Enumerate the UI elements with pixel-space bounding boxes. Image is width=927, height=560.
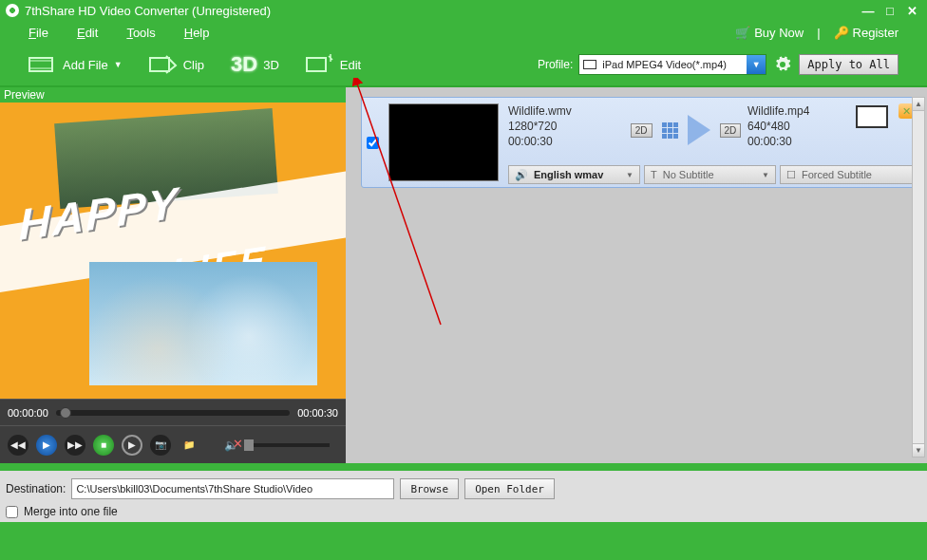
subtitle-icon: T <box>651 169 657 180</box>
add-file-button[interactable]: Add File ▼ <box>28 54 123 75</box>
badge-out: 2D <box>720 123 742 138</box>
profile-label: Profile: <box>538 58 573 71</box>
destination-input[interactable]: C:\Users\bkill03\Documents\7thShare Stud… <box>71 478 394 499</box>
file-list: Wildlife.wmv 1280*720 00:00:30 2D 2D <box>346 87 927 463</box>
preview-pane: Preview HAPPY LIFE 00:00:00 00:00:30 ◀◀ … <box>0 87 346 463</box>
3d-button[interactable]: 3D 3D <box>231 52 279 77</box>
apply-to-all-button[interactable]: Apply to All <box>799 54 899 75</box>
list-scrollbar[interactable]: ▲ ▼ <box>912 97 925 457</box>
output-filename: Wildlife.mp4 <box>747 103 844 119</box>
play-button[interactable]: ▶ <box>36 435 57 456</box>
device-icon <box>583 60 596 69</box>
key-icon: 🔑 <box>834 26 849 40</box>
step-button[interactable]: ▶ <box>122 435 142 456</box>
3d-icon: 3D <box>231 52 257 77</box>
destination-label: Destination: <box>6 482 66 495</box>
device-icon <box>856 105 888 128</box>
clip-button[interactable]: Clip <box>149 54 204 75</box>
profile-value: iPad MPEG4 Video(*.mp4) <box>602 59 747 70</box>
cart-icon: 🛒 <box>735 26 750 40</box>
merge-checkbox[interactable] <box>6 506 18 518</box>
checkbox-icon: ☐ <box>786 169 796 181</box>
output-duration: 00:00:30 <box>747 134 844 149</box>
next-button[interactable]: ▶▶ <box>65 435 85 456</box>
buy-now-link[interactable]: 🛒 Buy Now <box>735 26 804 40</box>
chevron-down-icon: ▼ <box>626 171 634 179</box>
file-checkbox[interactable] <box>367 137 379 149</box>
register-link[interactable]: 🔑 Register <box>834 26 899 40</box>
menubar: File Edit Tools Help 🛒 Buy Now | 🔑 Regis… <box>0 21 927 44</box>
menu-file[interactable]: File <box>28 26 48 40</box>
edit-button[interactable]: Edit <box>306 54 361 75</box>
timeline: 00:00:00 00:00:30 <box>0 399 346 425</box>
dropdown-icon[interactable]: ▼ <box>747 55 766 74</box>
svg-rect-0 <box>29 58 52 71</box>
source-duration: 00:00:30 <box>508 134 624 149</box>
svg-rect-4 <box>307 58 326 71</box>
speaker-icon: 🔊 <box>515 169 528 181</box>
file-row[interactable]: Wildlife.wmv 1280*720 00:00:30 2D 2D <box>361 97 918 188</box>
scroll-up-button[interactable]: ▲ <box>913 98 924 111</box>
preview-label: Preview <box>0 87 346 103</box>
player-controls: ◀◀ ▶ ▶▶ ■ ▶ 📷 📁 🔈✕ <box>0 425 346 463</box>
menu-edit[interactable]: Edit <box>77 26 98 40</box>
scroll-down-button[interactable]: ▼ <box>913 443 924 457</box>
merge-label: Merge into one file <box>24 505 118 518</box>
close-button[interactable]: ✕ <box>902 3 921 18</box>
clip-icon <box>149 54 178 75</box>
menu-help[interactable]: Help <box>184 26 210 40</box>
folder-button[interactable]: 📁 <box>179 435 199 456</box>
forced-subtitle-toggle[interactable]: ☐ Forced Subtitle <box>780 165 913 184</box>
destination-bar: Destination: C:\Users\bkill03\Documents\… <box>0 471 927 522</box>
source-filename: Wildlife.wmv <box>508 103 624 119</box>
mute-button[interactable]: 🔈✕ <box>224 439 238 452</box>
chevron-down-icon: ▼ <box>762 171 769 179</box>
app-logo-icon <box>6 4 19 17</box>
badge-in: 2D <box>631 123 653 138</box>
audio-track-select[interactable]: 🔊 English wmav ▼ <box>508 165 640 184</box>
snapshot-button[interactable]: 📷 <box>150 435 171 456</box>
grid-icon <box>662 122 678 139</box>
subtitle-select[interactable]: T No Subtitle ▼ <box>644 165 776 184</box>
time-current: 00:00:00 <box>8 407 48 419</box>
film-icon <box>28 54 57 75</box>
dropdown-icon: ▼ <box>114 60 123 69</box>
open-folder-button[interactable]: Open Folder <box>464 478 555 499</box>
menu-tools[interactable]: Tools <box>126 26 155 40</box>
minimize-button[interactable]: — <box>859 3 878 18</box>
browse-button[interactable]: Browse <box>400 478 459 499</box>
window-title: 7thShare HD Video Converter (Unregistere… <box>25 4 856 18</box>
preview-video[interactable]: HAPPY LIFE <box>0 103 346 399</box>
gear-icon <box>774 56 791 73</box>
footer <box>0 522 927 533</box>
arrow-icon <box>688 115 710 145</box>
stop-button[interactable]: ■ <box>93 435 114 456</box>
output-resolution: 640*480 <box>747 119 844 134</box>
svg-rect-3 <box>150 58 169 71</box>
file-thumbnail <box>388 103 499 181</box>
output-info: Wildlife.mp4 640*480 00:00:30 <box>744 98 848 162</box>
time-total: 00:00:30 <box>297 407 338 419</box>
settings-button[interactable] <box>772 54 793 75</box>
seek-slider[interactable] <box>56 410 290 416</box>
titlebar: 7thShare HD Video Converter (Unregistere… <box>0 0 927 21</box>
prev-button[interactable]: ◀◀ <box>8 435 28 456</box>
maximize-button[interactable]: □ <box>880 3 899 18</box>
source-resolution: 1280*720 <box>508 119 624 134</box>
profile-select[interactable]: iPad MPEG4 Video(*.mp4) ▼ <box>578 54 766 75</box>
edit-icon <box>306 54 334 75</box>
divider <box>0 463 927 471</box>
volume-slider[interactable] <box>244 443 330 447</box>
workspace: Preview HAPPY LIFE 00:00:00 00:00:30 ◀◀ … <box>0 85 927 463</box>
toolbar: Add File ▼ Clip 3D 3D Edit Profile: iPad… <box>0 44 927 85</box>
source-info: Wildlife.wmv 1280*720 00:00:30 <box>504 98 628 162</box>
output-device[interactable] <box>848 98 896 162</box>
